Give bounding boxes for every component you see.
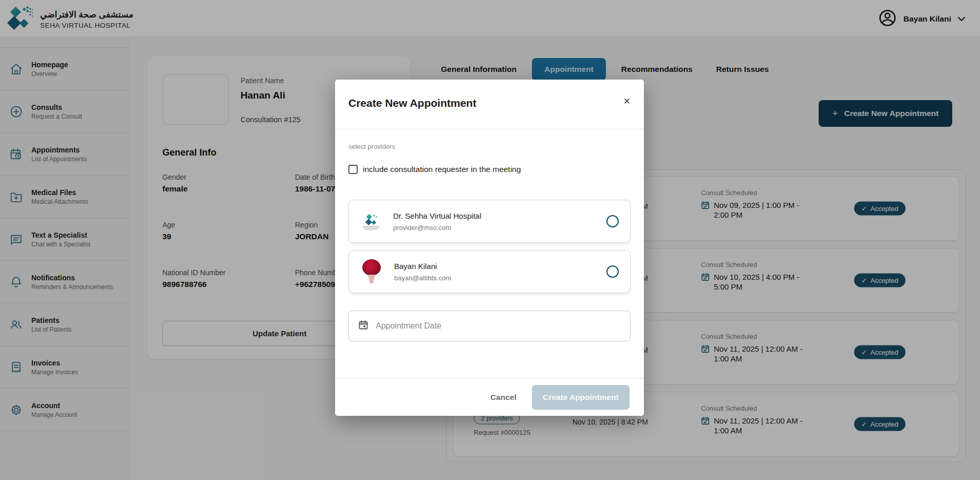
include-requester-checkbox[interactable] [348,165,358,174]
modal-title: Create New Appointment [348,97,476,109]
calendar-icon [358,320,368,332]
sehha-provider-avatar [360,213,382,229]
provider-name: Bayan Kilani [394,262,451,271]
create-appointment-modal: Create New Appointment ✕ select provider… [335,80,644,416]
app-root: مستشفى صحة الافتراضي SEHA VIRTUAL HOSPIT… [0,0,980,480]
close-icon[interactable]: ✕ [623,96,631,107]
provider-name: Dr. Sehha Virtual Hospital [393,212,481,220]
provider-option-bayan[interactable]: Bayan Kilani bayan@altibbi.com [348,250,631,293]
provider-email: provider@mso.com [393,224,481,232]
include-requester-row: include consultation requester in the me… [348,165,631,174]
appointment-date-field[interactable]: Appointment Date [348,311,631,341]
select-providers-label: select providers [348,143,631,150]
bayan-provider-avatar [360,258,383,285]
include-requester-label: include consultation requester in the me… [363,165,521,174]
provider-email: bayan@altibbi.com [394,274,451,282]
provider-radio[interactable] [606,265,619,278]
appointment-date-placeholder: Appointment Date [376,321,441,331]
create-appointment-submit-button[interactable]: Create Appointment [532,385,630,410]
cancel-button[interactable]: Cancel [490,393,516,402]
provider-option-sehha[interactable]: Dr. Sehha Virtual Hospital provider@mso.… [348,200,631,243]
provider-radio[interactable] [606,215,619,227]
